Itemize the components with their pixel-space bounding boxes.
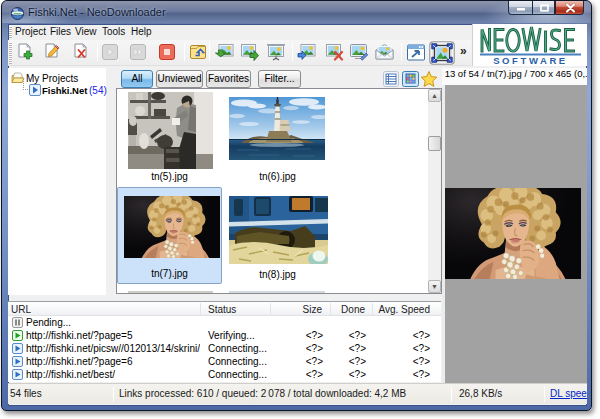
svg-text:SOFTWARE: SOFTWARE [493,55,568,66]
